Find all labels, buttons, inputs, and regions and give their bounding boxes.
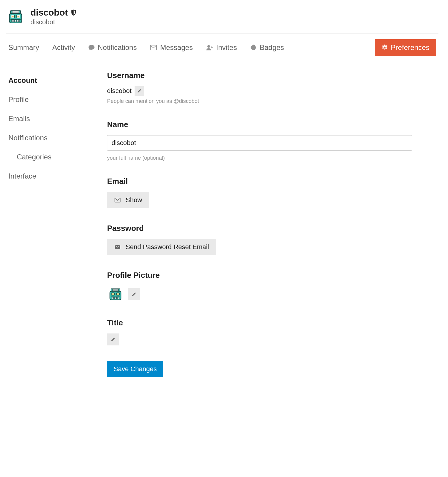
section-heading: Email	[107, 177, 412, 186]
tab-label: Summary	[8, 43, 39, 52]
gear-icon	[381, 44, 388, 51]
divider	[6, 33, 438, 34]
send-password-reset-button[interactable]: Send Password Reset Email	[107, 239, 216, 255]
form-actions: Save Changes	[107, 361, 412, 377]
tab-label: Preferences	[391, 43, 429, 52]
section-email: Email Show	[107, 177, 412, 208]
sidebar-item-notifications[interactable]: Notifications	[8, 128, 80, 147]
section-username: Username discobot People can mention you…	[107, 71, 412, 104]
account-form: Username discobot People can mention you…	[107, 71, 412, 377]
tab-invites[interactable]: Invites	[206, 40, 237, 55]
save-changes-button[interactable]: Save Changes	[107, 361, 163, 377]
section-heading: Name	[107, 120, 412, 129]
tab-badges[interactable]: Badges	[250, 40, 284, 55]
section-profile-picture: Profile Picture	[107, 271, 412, 303]
display-name: discobot	[31, 7, 68, 18]
tab-summary[interactable]: Summary	[8, 40, 39, 55]
tab-label: Activity	[52, 43, 75, 52]
button-label: Save Changes	[114, 365, 157, 373]
button-label: Show	[126, 196, 142, 204]
section-heading: Profile Picture	[107, 271, 412, 280]
section-heading: Title	[107, 318, 412, 327]
tab-label: Messages	[160, 43, 193, 52]
user-header: discobot discobot	[6, 7, 438, 33]
edit-title-button[interactable]	[107, 333, 119, 345]
tab-label: Notifications	[98, 43, 137, 52]
tab-messages[interactable]: Messages	[150, 40, 193, 55]
comment-icon	[88, 45, 95, 51]
preferences-sidebar: Account Profile Emails Notifications Cat…	[8, 71, 80, 377]
sidebar-item-emails[interactable]: Emails	[8, 109, 80, 128]
pencil-icon	[137, 89, 142, 93]
shield-icon	[71, 10, 76, 16]
section-heading: Password	[107, 224, 412, 233]
avatar	[6, 7, 25, 26]
user-plus-icon	[206, 45, 213, 51]
envelope-icon	[114, 245, 121, 249]
name-input[interactable]	[107, 135, 412, 151]
tab-label: Badges	[260, 43, 284, 52]
envelope-icon	[114, 198, 121, 202]
profile-picture-preview	[107, 286, 124, 303]
button-label: Send Password Reset Email	[126, 243, 209, 251]
tab-activity[interactable]: Activity	[52, 40, 75, 55]
envelope-icon	[150, 45, 157, 50]
section-password: Password Send Password Reset Email	[107, 224, 412, 255]
username-hint: People can mention you as @discobot	[107, 98, 412, 104]
top-nav: Summary Activity Notifications Messages …	[6, 39, 438, 56]
show-email-button[interactable]: Show	[107, 192, 149, 208]
name-hint: your full name (optional)	[107, 155, 412, 161]
username-value: discobot	[107, 87, 132, 95]
edit-username-button[interactable]	[135, 86, 144, 96]
tab-notifications[interactable]: Notifications	[88, 40, 137, 55]
section-name: Name your full name (optional)	[107, 120, 412, 161]
sidebar-item-categories[interactable]: Categories	[8, 147, 80, 167]
pencil-icon	[110, 337, 116, 342]
tab-label: Invites	[216, 43, 237, 52]
sidebar-item-account[interactable]: Account	[8, 71, 80, 90]
certificate-icon	[250, 44, 257, 51]
edit-profile-picture-button[interactable]	[128, 288, 140, 300]
section-heading: Username	[107, 71, 412, 80]
sidebar-item-profile[interactable]: Profile	[8, 90, 80, 109]
tab-preferences[interactable]: Preferences	[375, 39, 436, 56]
sidebar-item-interface[interactable]: Interface	[8, 167, 80, 186]
pencil-icon	[131, 292, 137, 297]
section-title: Title	[107, 318, 412, 345]
header-username: discobot	[31, 18, 76, 26]
